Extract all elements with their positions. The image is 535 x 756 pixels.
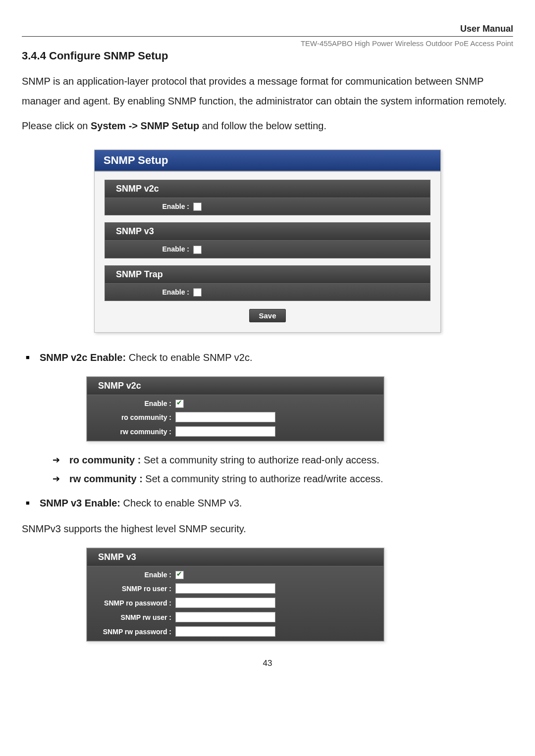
v3-rwuser-label: SNMP rw user : xyxy=(87,613,174,621)
snmp-trap-body: Enable : xyxy=(105,284,430,301)
trap-enable-checkbox[interactable] xyxy=(193,288,202,297)
v3-exp-enable-label: Enable : xyxy=(87,571,174,579)
v3-rwpass-row: SNMP rw password : xyxy=(87,624,383,639)
v3-enable-label: Enable : xyxy=(105,245,192,253)
v3-enable-checkbox[interactable] xyxy=(193,246,202,254)
snmp-rw-password-input[interactable] xyxy=(175,626,275,637)
arrow-ro-bold: ro community : xyxy=(69,454,141,465)
v3-ropass-label: SNMP ro password : xyxy=(87,599,174,607)
rw-community-input[interactable] xyxy=(175,426,275,437)
bullet-v2c-bold: SNMP v2c Enable: xyxy=(40,352,126,363)
bullet-v3-text: Check to enable SNMP v3. xyxy=(120,498,242,508)
snmp-trap-header: SNMP Trap xyxy=(105,265,430,284)
ro-community-input[interactable] xyxy=(175,412,275,422)
v3-exp-enable-row: Enable : xyxy=(87,568,383,581)
snmp-v2c-header: SNMP v2c xyxy=(105,180,430,198)
panel-body: SNMP v2c Enable : SNMP v3 Enable : SNMP … xyxy=(95,172,440,332)
trap-enable-row: Enable : xyxy=(105,286,430,299)
v3-rouser-label: SNMP ro user : xyxy=(87,585,174,593)
intro-paragraph: SNMP is an application-layer protocol th… xyxy=(22,71,513,111)
v2c-enable-checkbox[interactable] xyxy=(193,202,202,211)
bullet-v3-enable: SNMP v3 Enable: Check to enable SNMP v3. xyxy=(22,493,513,513)
v3-ropass-row: SNMP ro password : xyxy=(87,596,383,610)
v2c-ro-label: ro community : xyxy=(87,413,174,421)
product-name: TEW-455APBO High Power Wireless Outdoor … xyxy=(22,39,513,48)
snmp-v2c-body: Enable : xyxy=(105,198,430,215)
nav-pre: Please click on xyxy=(22,120,91,131)
nav-bold: System -> SNMP Setup xyxy=(91,120,199,131)
page-number: 43 xyxy=(22,658,513,668)
arrow-ro-community: ro community : Set a community string to… xyxy=(35,451,513,469)
v2c-exp-enable-row: Enable : xyxy=(87,397,383,410)
v2c-rw-row: rw community : xyxy=(87,424,383,439)
arrow-rw-community: rw community : Set a community string to… xyxy=(35,469,513,488)
trap-enable-label: Enable : xyxy=(105,288,192,296)
save-button[interactable]: Save xyxy=(249,309,285,322)
panel-title: SNMP Setup xyxy=(95,150,440,172)
v3-security-text: SNMPv3 supports the highest level SNMP s… xyxy=(22,519,513,539)
arrow-ro-text: Set a community string to authorize read… xyxy=(141,454,379,465)
arrow-rw-text: Set a community string to authorize read… xyxy=(143,473,383,484)
save-row: Save xyxy=(105,306,430,322)
v2c-enable-row: Enable : xyxy=(105,200,430,213)
v2c-exp-header: SNMP v2c xyxy=(87,377,384,395)
snmp-v3-body: Enable : xyxy=(105,241,430,258)
v2c-rw-label: rw community : xyxy=(87,428,174,436)
bullet-v2c-enable: SNMP v2c Enable: Check to enable SNMP v2… xyxy=(22,348,513,367)
snmp-v3-expanded-panel: SNMP v3 Enable : SNMP ro user : SNMP ro … xyxy=(86,548,384,642)
snmp-rw-user-input[interactable] xyxy=(175,612,275,622)
v3-rwpass-label: SNMP rw password : xyxy=(87,628,174,636)
arrow-rw-bold: rw community : xyxy=(69,473,143,484)
v2c-exp-body: Enable : ro community : rw community : xyxy=(87,395,384,441)
v2c-ro-row: ro community : xyxy=(87,410,383,424)
header-user-manual: User Manual xyxy=(22,24,513,34)
v3-exp-header: SNMP v3 xyxy=(87,548,384,566)
v2c-exp-enable-label: Enable : xyxy=(87,400,174,407)
nav-post: and follow the below setting. xyxy=(199,120,326,131)
snmp-v2c-expanded-panel: SNMP v2c Enable : ro community : rw comm… xyxy=(86,376,384,442)
header-divider xyxy=(22,36,513,37)
snmp-ro-password-input[interactable] xyxy=(175,598,275,608)
snmp-v3-header: SNMP v3 xyxy=(105,222,430,241)
v3-rouser-row: SNMP ro user : xyxy=(87,581,383,596)
v3-enable-row: Enable : xyxy=(105,243,430,255)
v3-exp-body: Enable : SNMP ro user : SNMP ro password… xyxy=(87,566,384,641)
bullet-v2c-text: Check to enable SNMP v2c. xyxy=(126,352,252,363)
snmp-ro-user-input[interactable] xyxy=(175,583,275,594)
v3-rwuser-row: SNMP rw user : xyxy=(87,610,383,624)
v2c-enable-label: Enable : xyxy=(105,202,192,210)
v2c-exp-enable-checkbox[interactable] xyxy=(175,400,184,408)
bullet-v3-bold: SNMP v3 Enable: xyxy=(40,498,120,508)
section-heading: 3.4.4 Configure SNMP Setup xyxy=(22,50,513,62)
nav-instruction: Please click on System -> SNMP Setup and… xyxy=(22,116,513,136)
snmp-setup-panel: SNMP Setup SNMP v2c Enable : SNMP v3 Ena… xyxy=(94,150,441,333)
v3-exp-enable-checkbox[interactable] xyxy=(175,571,184,579)
